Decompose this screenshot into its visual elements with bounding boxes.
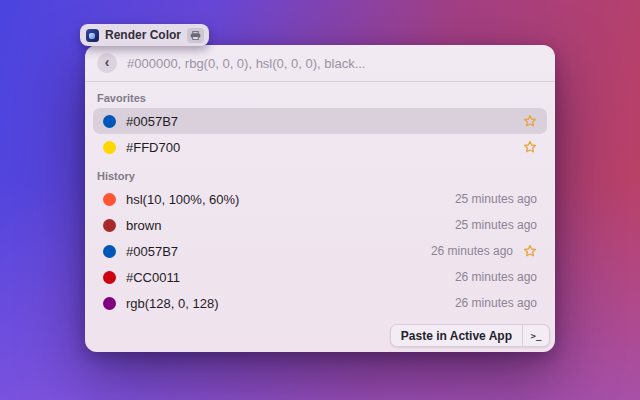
timestamp: 26 minutes ago (455, 270, 537, 284)
color-label: brown (126, 218, 161, 233)
render-color-window: ‹ Favorites #0057B7 #FFD700 Hi (85, 45, 555, 352)
footer-action-group: Paste in Active App >_ (390, 324, 550, 347)
command-pill-title: Render Color (105, 28, 181, 42)
history-row-hsl[interactable]: hsl(10, 100%, 60%) 25 minutes ago (93, 186, 547, 212)
color-swatch (103, 219, 116, 232)
color-swatch (103, 297, 116, 310)
color-swatch (103, 271, 116, 284)
color-label: hsl(10, 100%, 60%) (126, 192, 239, 207)
history-row-0057B7[interactable]: #0057B7 26 minutes ago (93, 238, 547, 264)
timestamp: 25 minutes ago (455, 218, 537, 232)
history-row-CC0011[interactable]: #CC0011 26 minutes ago (93, 264, 547, 290)
search-bar: ‹ (85, 45, 555, 82)
color-swatch (103, 245, 116, 258)
color-label: #0057B7 (126, 114, 178, 129)
terminal-prompt-icon[interactable]: >_ (523, 325, 549, 346)
color-swatch (103, 115, 116, 128)
paste-in-active-app-button[interactable]: Paste in Active App (391, 325, 523, 346)
favorite-row-0057B7[interactable]: #0057B7 (93, 108, 547, 134)
history-row-rgb-purple[interactable]: rgb(128, 0, 128) 26 minutes ago (93, 290, 547, 316)
history-row-brown[interactable]: brown 25 minutes ago (93, 212, 547, 238)
color-swatch (103, 141, 116, 154)
list-content: Favorites #0057B7 #FFD700 History (85, 82, 555, 352)
section-header-history: History (97, 169, 543, 183)
back-button[interactable]: ‹ (97, 53, 117, 73)
color-swatch (103, 193, 116, 206)
color-label: rgb(128, 0, 128) (126, 296, 219, 311)
timestamp: 26 minutes ago (455, 296, 537, 310)
star-icon[interactable] (523, 244, 537, 258)
render-color-app-icon (86, 29, 99, 42)
timestamp: 25 minutes ago (455, 192, 537, 206)
favorite-row-FFD700[interactable]: #FFD700 (93, 134, 547, 160)
star-icon[interactable] (523, 114, 537, 128)
timestamp: 26 minutes ago (431, 244, 513, 258)
color-label: #0057B7 (126, 244, 178, 259)
color-label: #FFD700 (126, 140, 180, 155)
section-header-favorites: Favorites (97, 91, 543, 105)
command-pill[interactable]: Render Color (80, 24, 209, 46)
star-icon[interactable] (523, 140, 537, 154)
printer-icon[interactable] (187, 28, 204, 43)
search-input[interactable] (127, 56, 543, 71)
color-label: #CC0011 (126, 270, 180, 285)
